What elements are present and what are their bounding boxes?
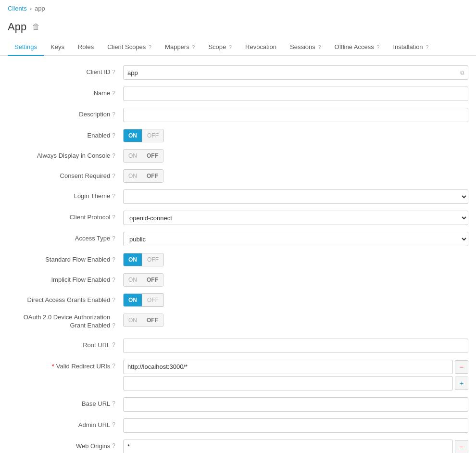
- admin-url-row: Admin URL ?: [8, 418, 468, 433]
- tab-installation[interactable]: Installation ?: [386, 39, 435, 56]
- implicit-flow-toggle-on[interactable]: ON: [124, 274, 142, 286]
- always-display-toggle-on[interactable]: ON: [124, 150, 142, 162]
- client-protocol-help-icon[interactable]: ?: [112, 214, 115, 221]
- enabled-help-icon[interactable]: ?: [112, 132, 115, 139]
- settings-content: Client ID ? ⧉ Name ? Description ?: [0, 56, 476, 453]
- tab-settings[interactable]: Settings: [8, 39, 44, 56]
- breadcrumb-current: app: [35, 5, 45, 12]
- valid-redirect-required-star: *: [52, 363, 54, 370]
- base-url-help-icon[interactable]: ?: [112, 400, 115, 407]
- valid-redirect-url-list: − +: [123, 360, 468, 390]
- direct-access-label: Direct Access Grants Enabled ?: [8, 293, 123, 303]
- oauth-device-label: OAuth 2.0 Device AuthorizationGrant Enab…: [8, 314, 123, 332]
- root-url-wrap: [123, 339, 468, 353]
- tab-roles[interactable]: Roles: [71, 39, 100, 56]
- valid-redirect-input-2[interactable]: [123, 376, 453, 390]
- page-title: App: [8, 21, 26, 33]
- breadcrumb: Clients › app: [0, 0, 476, 17]
- root-url-label: Root URL ?: [8, 339, 123, 349]
- valid-redirect-help-icon[interactable]: ?: [112, 363, 115, 369]
- web-origins-remove-button-1[interactable]: −: [455, 440, 468, 453]
- oauth-device-toggle-off[interactable]: OFF: [142, 314, 163, 327]
- delete-icon[interactable]: 🗑: [32, 23, 40, 31]
- valid-redirect-wrap: − +: [123, 360, 468, 390]
- breadcrumb-clients-link[interactable]: Clients: [8, 5, 27, 12]
- consent-required-toggle-off[interactable]: OFF: [142, 170, 163, 182]
- root-url-row: Root URL ?: [8, 339, 468, 353]
- client-protocol-select[interactable]: openid-connect saml: [123, 211, 468, 225]
- access-type-wrap: public confidential bearer-only: [123, 232, 468, 246]
- standard-flow-toggle-on[interactable]: ON: [124, 253, 142, 266]
- always-display-toggle-off[interactable]: OFF: [142, 150, 163, 162]
- access-type-help-icon[interactable]: ?: [112, 235, 115, 242]
- admin-url-input[interactable]: [123, 418, 468, 433]
- web-origins-input-1[interactable]: [123, 440, 453, 453]
- description-help-icon[interactable]: ?: [112, 111, 115, 118]
- consent-required-toggle[interactable]: ON OFF: [123, 169, 163, 183]
- tab-offline-access-help-icon: ?: [376, 44, 379, 50]
- enabled-toggle-wrap: ON OFF: [123, 129, 468, 142]
- access-type-row: Access Type ? public confidential bearer…: [8, 232, 468, 246]
- tab-scope[interactable]: Scope ?: [201, 39, 238, 56]
- implicit-flow-toggle-off[interactable]: OFF: [142, 274, 163, 286]
- implicit-flow-label: Implicit Flow Enabled ?: [8, 273, 123, 283]
- client-id-input[interactable]: [123, 65, 468, 80]
- enabled-toggle-on[interactable]: ON: [124, 129, 142, 142]
- standard-flow-label: Standard Flow Enabled ?: [8, 253, 123, 263]
- login-theme-select[interactable]: [123, 189, 468, 204]
- consent-required-help-icon[interactable]: ?: [112, 173, 115, 179]
- web-origins-help-icon[interactable]: ?: [112, 442, 115, 449]
- admin-url-help-icon[interactable]: ?: [112, 421, 115, 428]
- web-origins-url-list: − +: [123, 440, 468, 453]
- access-type-select[interactable]: public confidential bearer-only: [123, 232, 468, 246]
- enabled-toggle-off[interactable]: OFF: [142, 129, 163, 142]
- valid-redirect-remove-button-1[interactable]: −: [455, 360, 468, 374]
- tab-sessions-help-icon: ?: [318, 44, 321, 50]
- tab-mappers-help-icon: ?: [192, 44, 195, 50]
- implicit-flow-help-icon[interactable]: ?: [112, 277, 115, 283]
- direct-access-row: Direct Access Grants Enabled ? ON OFF: [8, 293, 468, 307]
- admin-url-label: Admin URL ?: [8, 418, 123, 428]
- tab-client-scopes[interactable]: Client Scopes ?: [100, 39, 158, 56]
- base-url-input[interactable]: [123, 397, 468, 412]
- tab-offline-access[interactable]: Offline Access ?: [328, 39, 387, 56]
- client-id-help-icon[interactable]: ?: [112, 69, 115, 76]
- valid-redirect-add-button[interactable]: +: [455, 377, 468, 390]
- always-display-help-icon[interactable]: ?: [112, 152, 115, 159]
- direct-access-help-icon[interactable]: ?: [112, 297, 115, 303]
- standard-flow-toggle[interactable]: ON OFF: [123, 253, 164, 266]
- login-theme-help-icon[interactable]: ?: [112, 193, 115, 200]
- name-input[interactable]: [123, 87, 468, 101]
- admin-url-wrap: [123, 418, 468, 433]
- implicit-flow-toggle[interactable]: ON OFF: [123, 273, 163, 287]
- direct-access-toggle-wrap: ON OFF: [123, 293, 468, 307]
- enabled-toggle[interactable]: ON OFF: [123, 129, 164, 142]
- description-input[interactable]: [123, 108, 468, 122]
- direct-access-toggle-off[interactable]: OFF: [142, 294, 163, 306]
- root-url-input[interactable]: [123, 339, 468, 353]
- valid-redirect-input-1[interactable]: [123, 360, 453, 374]
- tab-revocation[interactable]: Revocation: [238, 39, 283, 56]
- always-display-toggle[interactable]: ON OFF: [123, 149, 163, 163]
- implicit-flow-row: Implicit Flow Enabled ? ON OFF: [8, 273, 468, 287]
- direct-access-toggle[interactable]: ON OFF: [123, 293, 164, 307]
- consent-required-toggle-on[interactable]: ON: [124, 170, 142, 182]
- standard-flow-toggle-off[interactable]: OFF: [142, 253, 163, 266]
- name-wrap: [123, 87, 468, 101]
- oauth-device-toggle-wrap: ON OFF: [123, 314, 468, 327]
- name-label: Name ?: [8, 87, 123, 97]
- tab-sessions[interactable]: Sessions ?: [283, 39, 328, 56]
- name-help-icon[interactable]: ?: [112, 90, 115, 97]
- standard-flow-help-icon[interactable]: ?: [112, 256, 115, 263]
- oauth-device-help-icon[interactable]: ?: [112, 322, 115, 330]
- page-header: App 🗑: [0, 17, 476, 39]
- tab-installation-help-icon: ?: [426, 44, 428, 50]
- valid-redirect-label: * Valid Redirect URIs ?: [8, 360, 123, 370]
- root-url-help-icon[interactable]: ?: [112, 341, 115, 348]
- copy-icon[interactable]: ⧉: [460, 69, 464, 76]
- tab-keys[interactable]: Keys: [44, 39, 71, 56]
- oauth-device-toggle-on[interactable]: ON: [124, 314, 142, 327]
- direct-access-toggle-on[interactable]: ON: [124, 294, 142, 306]
- tab-mappers[interactable]: Mappers ?: [158, 39, 201, 56]
- oauth-device-toggle[interactable]: ON OFF: [123, 314, 163, 327]
